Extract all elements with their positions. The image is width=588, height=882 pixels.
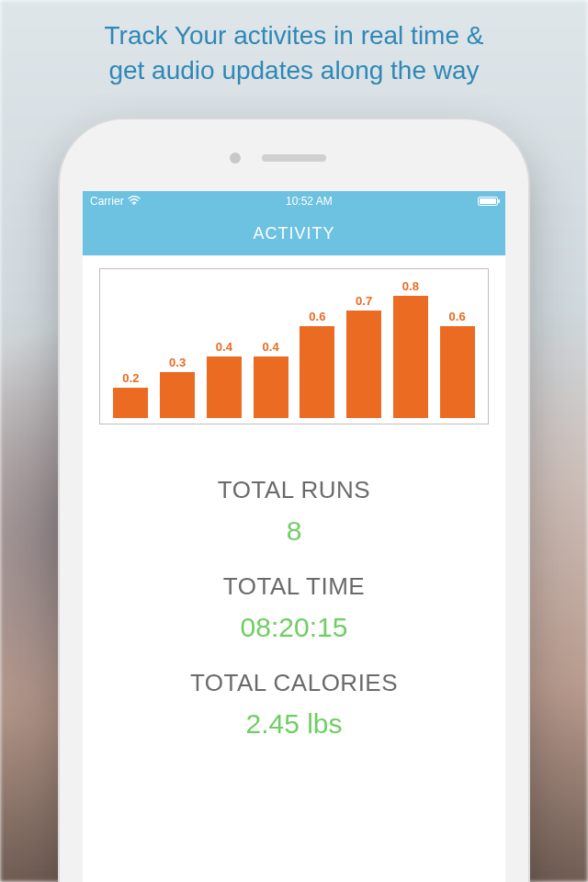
chart-bar: 0.3 xyxy=(159,356,196,418)
page-title: ACTIVITY xyxy=(253,224,334,243)
chart-bar-value-label: 0.6 xyxy=(449,310,466,323)
activity-bar-chart: 0.20.30.40.40.60.70.80.6 xyxy=(99,268,489,424)
phone-frame: Carrier 10:52 AM ACTIVITY 0.20.30.40.40.… xyxy=(60,119,528,882)
total-calories-value: 2.45 lbs xyxy=(83,708,505,740)
chart-bar-value-label: 0.7 xyxy=(356,294,372,308)
battery-icon xyxy=(478,197,498,206)
chart-bar: 0.4 xyxy=(206,340,243,418)
chart-bar: 0.2 xyxy=(112,371,149,418)
chart-bar-value-label: 0.8 xyxy=(402,279,419,293)
status-bar: Carrier 10:52 AM xyxy=(83,191,505,211)
chart-bar: 0.7 xyxy=(345,294,382,418)
chart-bar-value-label: 0.6 xyxy=(309,310,325,323)
chart-bar-fill xyxy=(254,356,288,418)
chart-bar-fill xyxy=(160,372,195,418)
svg-point-0 xyxy=(133,203,135,205)
chart-bar: 0.6 xyxy=(299,310,335,418)
chart-bar-fill xyxy=(393,296,428,418)
chart-bar: 0.6 xyxy=(439,310,476,418)
chart-bar-fill xyxy=(113,388,148,418)
promo-line-2: get audio updates along the way xyxy=(108,56,479,85)
total-calories-label: TOTAL CALORIES xyxy=(83,669,505,697)
promo-headline: Track Your activites in real time & get … xyxy=(0,18,588,88)
total-time-value: 08:20:15 xyxy=(83,612,505,643)
total-runs-label: TOTAL RUNS xyxy=(83,476,505,504)
total-time-label: TOTAL TIME xyxy=(83,572,505,601)
total-runs-value: 8 xyxy=(83,515,505,547)
chart-bar-fill xyxy=(440,326,475,418)
chart-bar-value-label: 0.4 xyxy=(263,340,279,354)
wifi-icon xyxy=(128,195,141,208)
status-time: 10:52 AM xyxy=(286,195,333,208)
nav-bar: ACTIVITY xyxy=(83,211,505,255)
phone-speaker xyxy=(262,154,326,162)
chart-bar: 0.8 xyxy=(392,279,429,418)
phone-screen: Carrier 10:52 AM ACTIVITY 0.20.30.40.40.… xyxy=(83,191,505,882)
chart-bar-fill xyxy=(346,311,381,418)
chart-bar-value-label: 0.4 xyxy=(216,340,232,354)
chart-bar: 0.4 xyxy=(253,340,289,418)
chart-bar-fill xyxy=(207,356,242,418)
chart-bar-fill xyxy=(300,326,334,418)
chart-bar-value-label: 0.2 xyxy=(122,371,139,385)
promo-line-1: Track Your activites in real time & xyxy=(105,21,484,50)
chart-bar-value-label: 0.3 xyxy=(169,356,186,369)
stats-section: TOTAL RUNS 8 TOTAL TIME 08:20:15 TOTAL C… xyxy=(83,476,505,740)
carrier-label: Carrier xyxy=(90,195,124,208)
phone-camera-dot xyxy=(230,153,241,164)
